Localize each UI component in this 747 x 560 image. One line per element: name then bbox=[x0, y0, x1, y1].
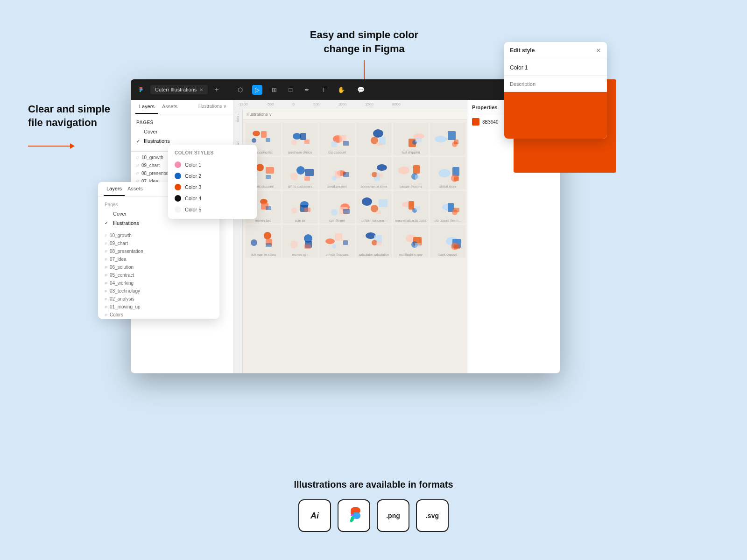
svg-rect-82 bbox=[409, 201, 414, 210]
page-item-illustrations[interactable]: ✓ Illustrations bbox=[131, 136, 233, 146]
illustration-cell[interactable]: pig counts the m... bbox=[430, 191, 465, 224]
layer-popup-item[interactable]: #10_growth bbox=[98, 231, 219, 239]
shape-tool[interactable]: □ bbox=[286, 85, 296, 95]
cursor-tool[interactable]: ⬡ bbox=[235, 85, 246, 95]
tab-assets[interactable]: Assets bbox=[158, 100, 181, 114]
layer-popup-item[interactable]: #04_working bbox=[98, 279, 219, 287]
layer-hash-icon: # bbox=[105, 273, 107, 278]
color-style-item[interactable]: Color 3 bbox=[168, 182, 257, 193]
layer-popup-item[interactable]: #07_idea bbox=[98, 255, 219, 263]
ruler-num: -500 bbox=[266, 102, 274, 106]
illustration-cell[interactable] bbox=[430, 123, 465, 155]
arrow-line bbox=[28, 146, 70, 147]
illustration-cell[interactable]: bargain hunting bbox=[393, 157, 429, 189]
illustration-cell[interactable]: global store bbox=[430, 157, 465, 189]
illustration-cell[interactable]: multitasking guy bbox=[393, 225, 429, 258]
illustration-cell[interactable] bbox=[356, 123, 392, 155]
figma-tab[interactable]: Cuterr Illustrations ✕ bbox=[150, 85, 208, 94]
page-item-cover[interactable]: Cover bbox=[131, 127, 233, 136]
color-style-list: Color 1Color 2Color 3Color 4Color 5 bbox=[168, 159, 257, 215]
illustration-cell[interactable]: fast shipping bbox=[393, 123, 429, 155]
svg-point-51 bbox=[398, 167, 409, 174]
format-badge-svg: .svg bbox=[416, 499, 449, 532]
illustration-thumb bbox=[284, 158, 317, 182]
color-style-item[interactable]: Color 5 bbox=[168, 204, 257, 215]
illustration-cell[interactable]: gift to customers bbox=[282, 157, 318, 189]
canvas-ruler-top: -1200 -500 0 500 1000 1500 8000 bbox=[233, 100, 467, 109]
layer-hash-icon: # bbox=[105, 313, 107, 317]
svg-point-8 bbox=[291, 140, 297, 145]
toolbar-tools: ⬡ ▷ ⊞ □ ✒ T ✋ 💬 bbox=[235, 85, 368, 95]
svg-rect-4 bbox=[266, 138, 270, 142]
illustration-cell[interactable]: convenience store bbox=[356, 157, 392, 189]
illustration-cell[interactable]: purchase choice bbox=[282, 123, 318, 155]
illustration-cell[interactable]: great present bbox=[319, 157, 355, 189]
illustrations-header[interactable]: Illustrations ∨ bbox=[197, 100, 228, 114]
layer-popup-item[interactable]: #05_contract bbox=[98, 271, 219, 279]
illustration-cell[interactable]: magnet attracts coins bbox=[393, 191, 429, 224]
color-swatch[interactable] bbox=[472, 118, 479, 126]
illustration-cell[interactable]: private finances bbox=[319, 225, 355, 258]
illustration-cell[interactable]: rich man in a bag bbox=[246, 225, 281, 258]
svg-point-56 bbox=[438, 169, 451, 177]
tab-add-button[interactable]: + bbox=[211, 85, 221, 94]
text-tool[interactable]: T bbox=[319, 85, 328, 95]
illustration-thumb bbox=[321, 124, 353, 148]
color-style-item[interactable]: Color 1 bbox=[168, 159, 257, 170]
pages-section-title: Pages bbox=[131, 118, 233, 127]
tab-close-icon[interactable]: ✕ bbox=[199, 87, 203, 92]
formats-row: Ai .png .svg bbox=[298, 499, 449, 532]
canvas-area[interactable]: -1200 -500 0 500 1000 1500 8000 Illustra… bbox=[233, 100, 467, 373]
color-style-item[interactable]: Color 2 bbox=[168, 170, 257, 182]
popup-color-name-field bbox=[504, 59, 607, 76]
illustration-cell[interactable]: calculator calculation bbox=[356, 225, 392, 258]
svg-rect-37 bbox=[305, 169, 314, 176]
layer-popup-item[interactable]: #Colors bbox=[98, 311, 219, 319]
svg-rect-104 bbox=[343, 240, 348, 245]
layer-popup-item[interactable]: #02_analysis bbox=[98, 295, 219, 303]
pen-tool[interactable]: ✒ bbox=[302, 85, 312, 95]
hand-tool[interactable]: ✋ bbox=[335, 85, 348, 95]
layer-popup-item[interactable]: #01_moving_up bbox=[98, 303, 219, 311]
color-style-item[interactable]: Color 4 bbox=[168, 193, 257, 204]
tab-layers[interactable]: Layers bbox=[135, 100, 158, 114]
layer-popup-item[interactable]: #08_presentation bbox=[98, 247, 219, 255]
layer-hash-icon: # bbox=[136, 171, 139, 176]
layer-popup-item[interactable]: #06_solution bbox=[98, 263, 219, 271]
svg-rect-102 bbox=[335, 233, 342, 241]
svg-rect-79 bbox=[376, 210, 381, 214]
illustration-thumb bbox=[395, 124, 427, 148]
layer-popup-name: 06_solution bbox=[110, 265, 134, 270]
illustration-cell[interactable]: golden ice cream bbox=[356, 191, 392, 224]
illustration-cell[interactable]: money rain bbox=[282, 225, 318, 258]
layer-list-popup: #10_growth#09_chart#08_presentation#07_i… bbox=[98, 231, 219, 319]
layer-popup-item[interactable]: #09_chart bbox=[98, 239, 219, 247]
layer-popup-item[interactable]: #03_technology bbox=[98, 287, 219, 295]
assets-tab[interactable]: Assets bbox=[125, 182, 146, 196]
layer-hash-icon: # bbox=[105, 289, 107, 294]
page-label: Cover bbox=[144, 129, 157, 134]
illustration-cell[interactable]: bank deposit bbox=[430, 225, 465, 258]
svg-rect-94 bbox=[266, 243, 272, 247]
illustration-cell[interactable]: coin jar bbox=[282, 191, 318, 224]
illustration-thumb bbox=[284, 192, 317, 217]
svg-rect-77 bbox=[379, 199, 388, 207]
edit-style-popup: Edit style ✕ bbox=[504, 42, 607, 139]
svg-rect-29 bbox=[454, 140, 458, 144]
layers-tab[interactable]: Layers bbox=[104, 182, 125, 196]
comment-tool[interactable]: 💬 bbox=[354, 85, 367, 95]
color-styles-title: Color Styles bbox=[168, 148, 257, 159]
popup-close-button[interactable]: ✕ bbox=[596, 47, 601, 54]
frame-tool[interactable]: ⊞ bbox=[269, 85, 280, 95]
layer-page-illustrations[interactable]: ✓ Illustrations bbox=[98, 218, 219, 228]
illustration-cell[interactable]: coin flower bbox=[319, 191, 355, 224]
svg-rect-114 bbox=[415, 243, 421, 247]
tab-label: Cuterr Illustrations bbox=[155, 87, 197, 92]
layer-popup-name: 10_growth bbox=[110, 233, 132, 238]
move-tool[interactable]: ▷ bbox=[252, 85, 262, 95]
ruler-num: 500 bbox=[313, 102, 319, 106]
description-input[interactable] bbox=[510, 81, 601, 87]
illustration-cell[interactable]: big discount bbox=[319, 123, 355, 155]
illustration-thumb bbox=[431, 124, 464, 148]
color-name-input[interactable] bbox=[510, 64, 601, 71]
